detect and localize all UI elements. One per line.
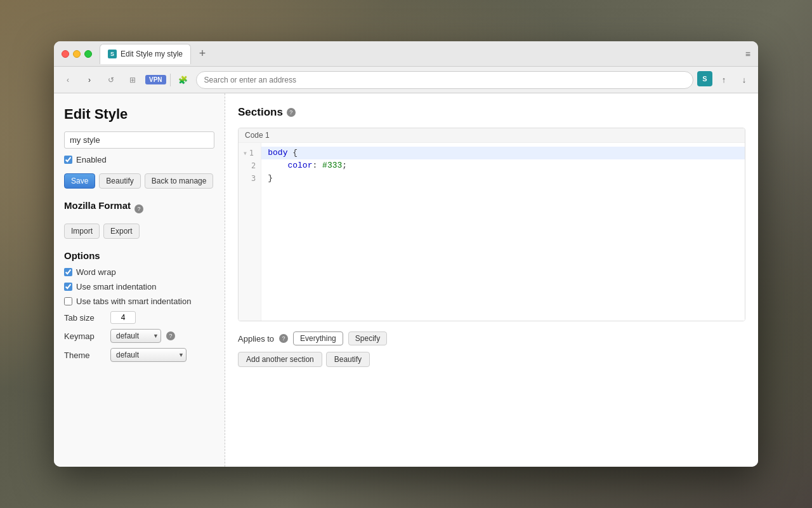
theme-select[interactable]: default monokai dracula: [110, 348, 187, 362]
theme-select-inner: default monokai dracula ▼: [110, 348, 187, 362]
mozilla-format-help-icon[interactable]: ?: [134, 204, 143, 213]
word-wrap-checkbox[interactable]: [64, 268, 72, 276]
keymap-select[interactable]: default vim emacs: [110, 329, 161, 343]
line-num-2: 2: [251, 161, 256, 170]
minimize-button[interactable]: [73, 50, 81, 58]
keymap-row: Keymap default vim emacs ▼ ?: [64, 329, 214, 343]
line-num-1: 1: [249, 149, 254, 157]
reload-button[interactable]: ↺: [102, 71, 120, 89]
line-number-3: 3: [239, 172, 261, 185]
tabs-indent-row: Use tabs with smart indentation: [64, 297, 214, 306]
code-brace-close: }: [268, 172, 273, 185]
active-tab[interactable]: S Edit Style my style: [100, 44, 191, 64]
line-number-1: ▼ 1: [239, 147, 261, 159]
maximize-button[interactable]: [84, 50, 92, 58]
forward-button[interactable]: ›: [81, 71, 98, 89]
keymap-help-icon[interactable]: ?: [166, 331, 175, 340]
tab-size-row: Tab size: [64, 311, 214, 324]
applies-to-row: Applies to ? Everything Specify: [238, 331, 745, 345]
left-panel: Edit Style Enabled Save Beautify Back to…: [54, 93, 225, 467]
sections-header: Sections ?: [238, 106, 745, 119]
code-line-3: }: [268, 172, 738, 185]
theme-select-wrapper: default monokai dracula ▼: [110, 348, 187, 362]
bottom-buttons: Add another section Beautify: [238, 352, 745, 367]
nav-actions: S ↑ ↓: [697, 71, 753, 89]
back-to-manage-button[interactable]: Back to manage: [145, 173, 214, 189]
code-section: Code 1 ▼ 1 2 3: [238, 128, 745, 321]
code-number: 1: [265, 131, 270, 140]
code-prop-color: color: [287, 159, 312, 172]
smart-indent-checkbox[interactable]: [64, 283, 72, 291]
word-wrap-row: Word wrap: [64, 267, 214, 277]
format-buttons: Import Export: [64, 224, 214, 239]
tab-size-input[interactable]: [110, 311, 136, 324]
import-button[interactable]: Import: [64, 224, 100, 239]
sections-help-icon[interactable]: ?: [287, 108, 296, 117]
sections-title: Sections: [238, 106, 283, 119]
browser-window: S Edit Style my style + ≡ ‹ › ↺ ⊞ VPN 🧩 …: [54, 41, 758, 467]
beautify-button[interactable]: Beautify: [99, 173, 140, 189]
nav-separator: [170, 74, 171, 86]
theme-label: Theme: [64, 351, 105, 360]
line-numbers: ▼ 1 2 3: [239, 143, 261, 321]
options-title: Options: [64, 250, 214, 261]
title-bar: S Edit Style my style + ≡: [54, 41, 758, 67]
nav-bar: ‹ › ↺ ⊞ VPN 🧩 S ↑ ↓: [54, 67, 758, 93]
add-tab-button[interactable]: +: [193, 45, 211, 63]
code-colon: :: [312, 159, 317, 172]
theme-row: Theme default monokai dracula ▼: [64, 348, 214, 362]
right-panel: Sections ? Code 1 ▼ 1 2 3: [225, 93, 758, 467]
applies-to-help-icon[interactable]: ?: [279, 334, 288, 343]
code-content[interactable]: body { color: #333; }: [261, 143, 745, 321]
tabs-indent-label: Use tabs with smart indentation: [76, 297, 191, 306]
extensions-button[interactable]: 🧩: [174, 71, 192, 89]
vpn-badge[interactable]: VPN: [145, 75, 166, 84]
page-title: Edit Style: [64, 106, 214, 123]
code-semicolon: ;: [342, 159, 347, 172]
mozilla-format-title: Mozilla Format: [64, 200, 131, 211]
word-wrap-label: Word wrap: [76, 267, 116, 277]
keymap-label: Keymap: [64, 331, 105, 341]
specify-button[interactable]: Specify: [348, 331, 387, 345]
beautify-section-button[interactable]: Beautify: [326, 352, 370, 367]
style-name-input[interactable]: [64, 131, 214, 149]
share-button[interactable]: ↑: [715, 71, 733, 89]
everything-button[interactable]: Everything: [293, 331, 343, 345]
tab-title: Edit Style my style: [121, 50, 183, 58]
tabs-indent-checkbox[interactable]: [64, 297, 72, 305]
keymap-select-wrapper: default vim emacs ▼: [110, 329, 161, 343]
tab-size-label: Tab size: [64, 313, 105, 323]
line-arrow-1: ▼: [244, 150, 247, 156]
code-editor[interactable]: ▼ 1 2 3 body {: [239, 143, 745, 321]
save-button[interactable]: Save: [64, 173, 95, 189]
enabled-checkbox[interactable]: [64, 156, 72, 164]
code-line-1: body {: [261, 147, 745, 159]
close-button[interactable]: [62, 50, 69, 58]
code-line-2: color: #333;: [268, 159, 738, 172]
smart-indent-row: Use smart indentation: [64, 282, 214, 291]
add-section-button[interactable]: Add another section: [238, 352, 322, 367]
code-label: Code 1: [239, 128, 745, 143]
address-bar[interactable]: [196, 71, 693, 89]
export-button[interactable]: Export: [103, 224, 140, 239]
main-content: Edit Style Enabled Save Beautify Back to…: [54, 93, 758, 467]
download-button[interactable]: ↓: [735, 71, 753, 89]
tab-favicon: S: [108, 50, 117, 58]
enabled-label: Enabled: [76, 155, 107, 164]
smart-indent-label: Use smart indentation: [76, 282, 156, 291]
tab-menu-button[interactable]: ≡: [745, 49, 750, 59]
tab-bar: S Edit Style my style + ≡: [100, 44, 750, 64]
line-number-2: 2: [239, 159, 261, 172]
mozilla-format-section: Mozilla Format ?: [64, 200, 214, 217]
traffic-lights: [62, 50, 92, 58]
grid-button[interactable]: ⊞: [124, 71, 141, 89]
options-section: Word wrap Use smart indentation Use tabs…: [64, 267, 214, 362]
code-brace-open: {: [292, 147, 298, 159]
line-num-3: 3: [251, 174, 256, 183]
extension-icon[interactable]: S: [697, 71, 712, 86]
code-val-color: #333: [322, 159, 342, 172]
action-buttons: Save Beautify Back to manage: [64, 173, 214, 189]
enabled-row: Enabled: [64, 155, 214, 164]
applies-to-label: Applies to: [238, 334, 274, 344]
back-button[interactable]: ‹: [59, 71, 77, 89]
